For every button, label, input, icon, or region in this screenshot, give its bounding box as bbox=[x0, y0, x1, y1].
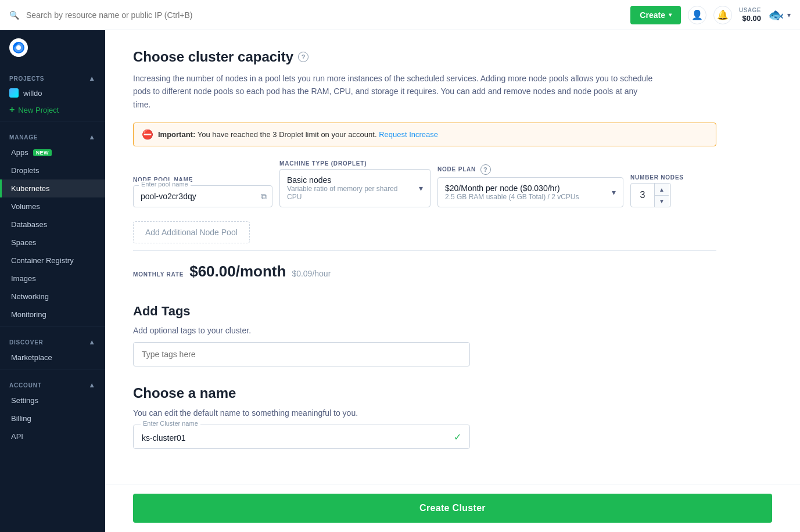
search-input[interactable] bbox=[26, 10, 623, 20]
topbar: 🔍 Create ▾ 👤 🔔 USAGE $0.00 🐟 ▾ bbox=[0, 0, 800, 30]
manage-section-header: MANAGE ▲ bbox=[0, 128, 105, 143]
monthly-rate-amount: $60.00/month bbox=[189, 263, 286, 281]
cluster-capacity-section: Choose cluster capacity ? Increasing the… bbox=[133, 49, 716, 243]
pool-name-field: Enter pool name ⧉ bbox=[133, 185, 272, 207]
number-nodes-control: ▲ ▼ bbox=[630, 183, 671, 207]
projects-section-header: PROJECTS ▲ bbox=[0, 70, 105, 85]
nodes-decrement-button[interactable]: ▼ bbox=[655, 195, 669, 207]
choose-name-title: Choose a name bbox=[133, 385, 716, 401]
sidebar-item-networking[interactable]: Networking bbox=[0, 287, 105, 305]
divider bbox=[0, 369, 105, 369]
section-divider bbox=[133, 250, 716, 251]
sidebar-section-discover: DISCOVER ▲ Marketplace bbox=[0, 333, 105, 366]
cluster-capacity-desc: Increasing the number of nodes in a pool… bbox=[133, 72, 656, 111]
add-tags-title: Add Tags bbox=[133, 304, 716, 319]
node-plan-group: NODE PLAN ? $20/Month per node ($0.030/h… bbox=[437, 164, 623, 207]
sidebar-item-api[interactable]: API bbox=[0, 427, 105, 445]
sidebar-item-settings[interactable]: Settings bbox=[0, 391, 105, 409]
usage-block: USAGE $0.00 bbox=[739, 6, 761, 24]
node-plan-help-icon[interactable]: ? bbox=[480, 164, 491, 175]
checkmark-icon: ✓ bbox=[454, 432, 461, 443]
content-area: Choose cluster capacity ? Increasing the… bbox=[105, 30, 744, 495]
node-pool-name-group: NODE POOL NAME Enter pool name ⧉ bbox=[133, 177, 272, 207]
sidebar-item-apps[interactable]: Apps NEW bbox=[0, 143, 105, 161]
machine-type-label: MACHINE TYPE (DROPLET) bbox=[279, 160, 431, 167]
chevron-down-icon: ▾ bbox=[787, 11, 791, 19]
cluster-name-label: Enter Cluster name bbox=[141, 420, 200, 427]
warning-banner: ⛔ Important: You have reached the 3 Drop… bbox=[133, 123, 716, 146]
create-button[interactable]: Create ▾ bbox=[630, 6, 681, 24]
hourly-rate: $0.09/hour bbox=[292, 269, 331, 278]
divider bbox=[0, 326, 105, 326]
svg-point-1 bbox=[16, 45, 21, 50]
add-tags-desc: Add optional tags to your cluster. bbox=[133, 326, 716, 335]
collapse-icon[interactable]: ▲ bbox=[88, 338, 96, 346]
collapse-icon[interactable]: ▲ bbox=[88, 381, 96, 389]
project-dot bbox=[9, 88, 19, 98]
discover-section-header: DISCOVER ▲ bbox=[0, 333, 105, 348]
chevron-down-icon: ▾ bbox=[419, 184, 423, 193]
cluster-capacity-title: Choose cluster capacity ? bbox=[133, 49, 716, 65]
collapse-icon[interactable]: ▲ bbox=[88, 133, 96, 141]
create-cluster-bar: Create Cluster bbox=[105, 484, 800, 532]
person-icon[interactable]: 👤 bbox=[688, 6, 706, 24]
sidebar-item-container-registry[interactable]: Container Registry bbox=[0, 251, 105, 269]
new-project-button[interactable]: + New Project bbox=[0, 101, 105, 118]
machine-type-group: MACHINE TYPE (DROPLET) Basic nodes Varia… bbox=[279, 160, 431, 207]
sidebar-section-projects: PROJECTS ▲ willdo + New Project bbox=[0, 70, 105, 118]
choose-name-desc: You can edit the default name to somethi… bbox=[133, 408, 716, 418]
machine-type-select[interactable]: Basic nodes Variable ratio of memory per… bbox=[279, 169, 431, 207]
sidebar-item-billing[interactable]: Billing bbox=[0, 409, 105, 427]
sidebar-item-spaces[interactable]: Spaces bbox=[0, 233, 105, 251]
number-nodes-group: NUMBER NODES ▲ ▼ bbox=[630, 174, 684, 207]
sidebar-section-account: ACCOUNT ▲ Settings Billing API bbox=[0, 376, 105, 445]
number-nodes-label: NUMBER NODES bbox=[630, 174, 684, 181]
main-content: Choose cluster capacity ? Increasing the… bbox=[105, 30, 800, 532]
warning-icon: ⛔ bbox=[142, 129, 153, 140]
sidebar-item-marketplace[interactable]: Marketplace bbox=[0, 348, 105, 366]
sidebar-item-images[interactable]: Images bbox=[0, 269, 105, 287]
sidebar-item-databases[interactable]: Databases bbox=[0, 215, 105, 233]
topbar-right: Create ▾ 👤 🔔 USAGE $0.00 🐟 ▾ bbox=[630, 6, 791, 24]
layout: PROJECTS ▲ willdo + New Project MANAGE ▲… bbox=[0, 30, 800, 532]
sidebar-section-manage: MANAGE ▲ Apps NEW Droplets Kubernetes Vo… bbox=[0, 128, 105, 323]
sidebar-item-kubernetes[interactable]: Kubernetes bbox=[0, 179, 105, 197]
avatar-button[interactable]: 🐟 ▾ bbox=[768, 8, 791, 23]
create-cluster-button[interactable]: Create Cluster bbox=[133, 494, 772, 523]
pool-name-field-label: Enter pool name bbox=[139, 181, 191, 188]
account-section-header: ACCOUNT ▲ bbox=[0, 376, 105, 391]
bell-icon[interactable]: 🔔 bbox=[713, 6, 732, 24]
monthly-rate-label: MONTHLY RATE bbox=[133, 271, 184, 278]
nodes-value-input[interactable] bbox=[631, 185, 654, 205]
sidebar-item-monitoring[interactable]: Monitoring bbox=[0, 305, 105, 323]
request-increase-link[interactable]: Request Increase bbox=[379, 130, 438, 139]
sidebar: PROJECTS ▲ willdo + New Project MANAGE ▲… bbox=[0, 30, 105, 532]
nodes-increment-button[interactable]: ▲ bbox=[655, 184, 669, 195]
choose-name-section: Choose a name You can edit the default n… bbox=[133, 385, 716, 449]
sidebar-item-droplets[interactable]: Droplets bbox=[0, 161, 105, 179]
avatar-icon: 🐟 bbox=[768, 8, 784, 23]
logo-icon bbox=[9, 38, 28, 57]
sidebar-logo bbox=[0, 30, 105, 65]
search-icon: 🔍 bbox=[9, 10, 19, 20]
chevron-down-icon: ▾ bbox=[669, 12, 672, 18]
divider bbox=[0, 121, 105, 121]
add-additional-node-pool-button[interactable]: Add Additional Node Pool bbox=[133, 221, 250, 243]
copy-icon[interactable]: ⧉ bbox=[261, 192, 267, 202]
cluster-name-wrapper: Enter Cluster name ✓ bbox=[133, 425, 470, 449]
cluster-name-input[interactable] bbox=[134, 425, 469, 448]
tags-input[interactable] bbox=[133, 342, 470, 366]
chevron-down-icon: ▾ bbox=[612, 188, 616, 197]
add-tags-section: Add Tags Add optional tags to your clust… bbox=[133, 304, 716, 366]
pool-name-input[interactable] bbox=[133, 185, 272, 207]
sidebar-item-volumes[interactable]: Volumes bbox=[0, 197, 105, 215]
node-pool-row: NODE POOL NAME Enter pool name ⧉ MACHINE… bbox=[133, 160, 716, 207]
sidebar-item-willdo[interactable]: willdo bbox=[0, 85, 105, 101]
nodes-arrows: ▲ ▼ bbox=[654, 184, 669, 207]
node-plan-label: NODE PLAN ? bbox=[437, 164, 623, 175]
collapse-icon[interactable]: ▲ bbox=[88, 74, 96, 82]
help-icon[interactable]: ? bbox=[298, 52, 308, 62]
node-plan-select[interactable]: $20/Month per node ($0.030/hr) 2.5 GB RA… bbox=[437, 177, 623, 207]
monthly-rate-row: MONTHLY RATE $60.00/month $0.09/hour bbox=[133, 263, 716, 281]
plus-icon: + bbox=[9, 105, 15, 115]
